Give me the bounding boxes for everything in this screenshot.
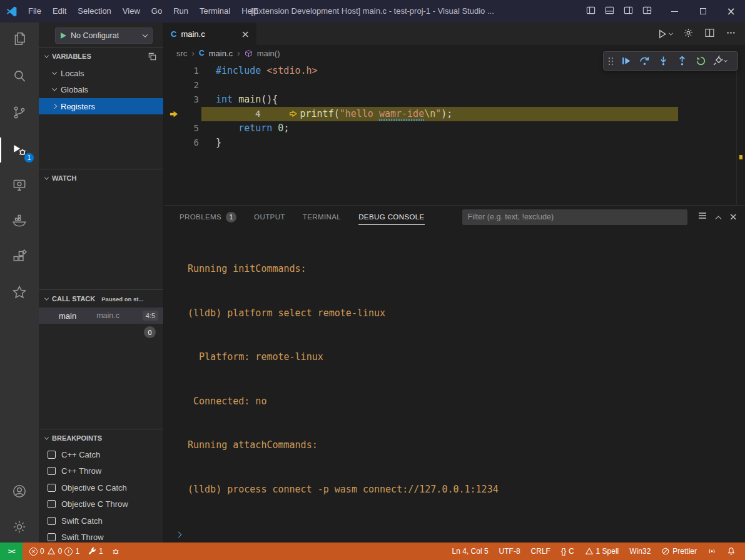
console-actions-icon[interactable] — [697, 211, 707, 223]
checkbox[interactable] — [48, 467, 56, 475]
notifications-bell-icon[interactable] — [724, 542, 739, 560]
breadcrumb-folder[interactable]: src — [176, 49, 187, 58]
tab-main-c[interactable]: C main.c × — [164, 22, 256, 45]
menu-view[interactable]: View — [117, 0, 146, 22]
close-panel-icon[interactable]: × — [729, 212, 737, 222]
toggle-panel-icon[interactable] — [605, 6, 614, 17]
checkbox[interactable] — [48, 484, 56, 492]
debug-console-output: Running initCommands: (lldb) platform se… — [164, 228, 745, 526]
window-title: [Extension Development Host] main.c - te… — [251, 0, 494, 22]
variables-section-header[interactable]: VARIABLES — [39, 48, 163, 64]
tools-status[interactable]: 1 — [84, 542, 106, 560]
open-settings-icon[interactable] — [683, 28, 694, 41]
braces-icon: {} — [561, 547, 566, 556]
menu-run[interactable]: Run — [168, 0, 194, 22]
platform-status[interactable]: Win32 — [626, 542, 654, 560]
collapse-all-icon[interactable] — [148, 52, 157, 61]
run-and-debug-icon[interactable]: 1 — [0, 135, 39, 165]
breakpoints-section-header[interactable]: BREAKPOINTS — [39, 430, 163, 446]
menu-go[interactable]: Go — [146, 0, 168, 22]
more-actions-icon[interactable] — [726, 28, 736, 41]
remote-explorer-icon[interactable] — [0, 170, 39, 200]
minimize-button[interactable] — [661, 0, 689, 22]
checkbox[interactable] — [48, 533, 56, 541]
explorer-icon[interactable] — [0, 24, 39, 54]
disconnect-button[interactable] — [711, 53, 728, 69]
toggle-sidebar-icon[interactable] — [586, 6, 595, 17]
console-filter-input[interactable] — [462, 209, 687, 225]
gutter[interactable] — [164, 107, 243, 121]
extensions-icon[interactable] — [0, 241, 39, 271]
gutter[interactable] — [164, 78, 181, 92]
continue-button[interactable] — [617, 53, 634, 69]
step-over-button[interactable] — [636, 53, 653, 69]
menu-file[interactable]: File — [23, 0, 47, 22]
checkbox[interactable] — [48, 517, 56, 525]
docker-icon[interactable] — [0, 205, 39, 235]
callstack-section-header[interactable]: CALL STACK Paused on st... — [39, 291, 163, 307]
chevron-right-icon — [52, 104, 57, 109]
eol-selector[interactable]: CRLF — [528, 542, 554, 560]
breadcrumb-separator: › — [237, 48, 240, 58]
checkbox[interactable] — [48, 500, 56, 508]
launch-config-dropdown[interactable]: No Configurat — [55, 28, 153, 44]
console-input[interactable] — [164, 526, 745, 542]
settings-gear-icon[interactable] — [0, 512, 39, 542]
toggle-secondary-sidebar-icon[interactable] — [624, 6, 633, 17]
line-number: 5 — [181, 121, 199, 136]
broadcast-icon[interactable] — [704, 542, 719, 560]
search-icon[interactable] — [0, 61, 39, 91]
breadcrumb-symbol[interactable]: main() — [257, 49, 280, 58]
gutter[interactable] — [164, 136, 181, 150]
gutter[interactable] — [164, 64, 181, 78]
remote-indicator[interactable]: >< — [0, 542, 23, 560]
star-extension-icon[interactable] — [0, 278, 39, 308]
spell-checker-status[interactable]: 1 Spell — [582, 542, 622, 560]
variables-scope-registers[interactable]: Registers — [39, 98, 163, 114]
step-into-button[interactable] — [654, 53, 672, 69]
gutter[interactable] — [164, 121, 181, 136]
maximize-panel-icon[interactable] — [715, 216, 721, 222]
overview-ruler[interactable] — [736, 61, 745, 205]
gutter[interactable] — [164, 92, 181, 107]
variables-scope-globals[interactable]: Globals — [39, 81, 163, 98]
formatter-status[interactable]: Prettier — [658, 542, 700, 560]
code-line-2: 2 — [164, 78, 745, 92]
tab-problems[interactable]: PROBLEMS 1 — [180, 206, 236, 228]
breadcrumb-file[interactable]: main.c — [209, 49, 233, 58]
accounts-icon[interactable] — [0, 476, 39, 506]
watch-section-header[interactable]: WATCH — [39, 170, 163, 186]
stack-frame-row[interactable]: main main.c 4:5 — [39, 308, 163, 324]
menu-selection[interactable]: Selection — [72, 0, 116, 22]
tab-terminal[interactable]: TERMINAL — [303, 206, 341, 228]
run-or-debug-button[interactable] — [657, 29, 672, 39]
close-button[interactable]: × — [717, 0, 745, 22]
language-mode[interactable]: {} C — [558, 542, 577, 560]
inline-breakpoint-icon[interactable] — [289, 108, 299, 117]
debug-status[interactable] — [108, 542, 123, 560]
step-out-button[interactable] — [673, 53, 691, 69]
drag-handle[interactable] — [607, 56, 614, 67]
problems-status[interactable]: × 0 0 i 1 — [26, 542, 83, 560]
breakpoint-label: Objective C Catch — [61, 483, 127, 492]
start-debug-icon[interactable] — [61, 32, 66, 39]
close-tab-icon[interactable]: × — [241, 28, 250, 40]
encoding-selector[interactable]: UTF-8 — [496, 542, 524, 560]
checkbox[interactable] — [48, 451, 56, 459]
variables-scope-locals[interactable]: Locals — [39, 65, 163, 81]
maximize-button[interactable] — [689, 0, 717, 22]
customize-layout-icon[interactable] — [642, 6, 652, 17]
source-control-icon[interactable] — [0, 98, 39, 128]
restart-button[interactable] — [692, 53, 709, 69]
tab-debug-console[interactable]: DEBUG CONSOLE — [358, 206, 425, 228]
breakpoint-label: C++ Catch — [61, 450, 100, 459]
split-editor-icon[interactable] — [704, 28, 715, 41]
cursor-position[interactable]: Ln 4, Col 5 — [449, 542, 492, 560]
breakpoint-label: C++ Throw — [61, 466, 101, 476]
c-file-icon: C — [199, 49, 205, 58]
code-editor[interactable]: 1 #include <stdio.h> 2 3 int main(){ — [164, 61, 745, 205]
menu-terminal[interactable]: Terminal — [194, 0, 236, 22]
line-number: 3 — [181, 92, 199, 107]
tab-output[interactable]: OUTPUT — [254, 206, 285, 228]
menu-edit[interactable]: Edit — [47, 0, 72, 22]
